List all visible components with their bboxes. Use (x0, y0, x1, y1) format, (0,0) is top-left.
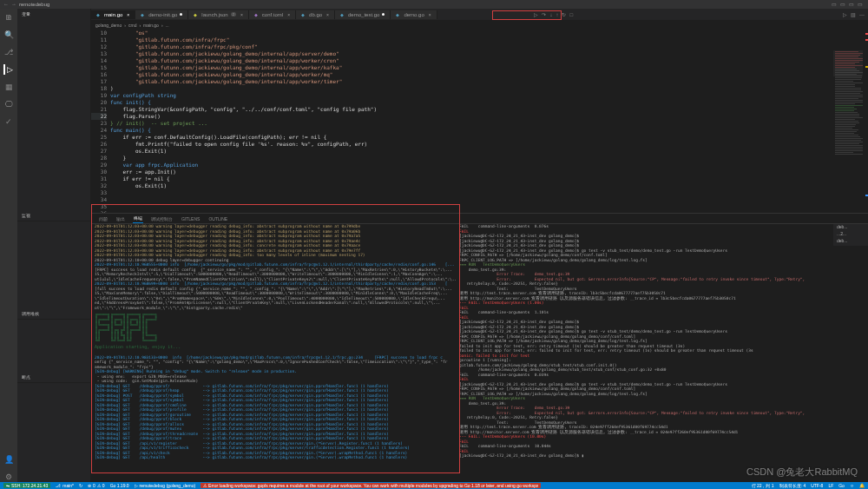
file-icon: ◆ (396, 12, 401, 17)
nav-back-icon[interactable]: ← (3, 2, 9, 7)
alert-icon: ⚠ (203, 483, 207, 488)
tab-label: conf.toml (262, 12, 283, 17)
breadcrumb-item[interactable]: main.go (143, 23, 159, 28)
remote-indicator[interactable]: ⇋ SSH: 172.24.21.43 (3, 483, 50, 488)
editor-tab[interactable]: ◆demo.go× (391, 10, 437, 19)
language-indicator[interactable]: Go (838, 483, 845, 488)
breadcrumbs[interactable]: golang_demo› cmd› main.go› ... (91, 21, 868, 30)
debug-console[interactable]: 2022-09-01T01:12:03+00:00 warning layer=… (91, 214, 456, 482)
customize-layout-icon[interactable]: ▭ (858, 1, 865, 8)
debug-restart-icon[interactable]: ↻ (562, 11, 566, 17)
feedback-icon[interactable]: ☺ (850, 483, 854, 488)
close-icon[interactable]: × (287, 12, 290, 17)
indent-indicator[interactable]: 制表符长度: 4 (779, 483, 806, 488)
frpc-ascii-art: ╔═══╗╔═══╗╔═══╗╔═══╗ ║╔══╝║╔═╗║║╔═╗║║╔══… (91, 310, 456, 345)
split-editor-icon[interactable]: ▥ (851, 11, 856, 17)
status-bar: ⇋ SSH: 172.24.21.43 ⎇ main* ↻ ⊗0 ⚠0 Go 1… (0, 482, 868, 489)
debug-toolbar: ▷ ↷ ↓ ↑ ↻ □ (534, 11, 573, 17)
watermark: CSDN @兔老大RabbitMQ (746, 466, 858, 479)
sidebar-right-toggle-icon[interactable]: ▭ (849, 1, 856, 8)
sidebar-breakpoints-header[interactable]: 断点 (17, 372, 90, 383)
tab-label: demo.go (404, 12, 424, 17)
debug-stepin-icon[interactable]: ↓ (549, 12, 552, 17)
editor-tab[interactable]: ◆launch.json2× (188, 10, 249, 19)
notifications-icon[interactable]: 🔔 (859, 483, 865, 488)
editor-tab[interactable]: ◆conf.toml× (249, 10, 296, 19)
tab-label: demo-init.go (148, 12, 177, 17)
remote-icon: ⇋ (6, 483, 10, 488)
scrollbar[interactable] (863, 30, 868, 213)
breadcrumb-item[interactable]: cmd (128, 23, 136, 28)
close-icon[interactable]: × (326, 12, 329, 17)
terminal-entry[interactable]: ...2... (835, 230, 866, 237)
panel-tab[interactable]: 终端 (133, 214, 143, 223)
remote-explorer-icon[interactable]: 🖵 (3, 99, 14, 109)
file-icon: ◆ (194, 12, 199, 17)
sidebar-variables-header[interactable]: 变量 (17, 9, 90, 19)
branch-indicator[interactable]: ⎇ main* (56, 483, 74, 488)
debug-continue-icon[interactable]: ▷ (534, 11, 538, 17)
breadcrumb-item[interactable]: golang_demo (95, 23, 122, 28)
nav-forward-icon[interactable]: → (11, 2, 16, 7)
debug-stepout-icon[interactable]: ↑ (556, 12, 558, 17)
panel-tabs: 问题输出终端调试控制台GITLENSOUTLINE (91, 214, 868, 224)
panel-toggle-icon[interactable]: ▭ (840, 1, 847, 8)
debug-sidebar: 变量 监视 调用堆栈 断点 (17, 9, 91, 482)
activity-bar: 🗎 🔍 ⎇ ▷ ▦ 🖵 ✓ 👤 ⚙ (0, 9, 17, 482)
branch-icon: ⎇ (56, 483, 61, 488)
file-icon: ◆ (96, 12, 102, 17)
file-icon: ◆ (254, 12, 260, 17)
debug-stepover-icon[interactable]: ↷ (542, 11, 546, 17)
modified-dot-icon (180, 13, 182, 16)
editor-tab[interactable]: ◆demo-init.go (135, 10, 188, 19)
tab-label: demo_test.go (348, 12, 379, 17)
close-icon[interactable]: × (127, 12, 129, 17)
editor-tab[interactable]: ◆main.go× (91, 10, 135, 19)
settings-gear-icon[interactable]: ⚙ (3, 472, 14, 482)
panel-tab[interactable]: OUTLINE (207, 215, 228, 223)
editor-tab[interactable]: ◆db.go× (296, 10, 335, 19)
terminal-entry[interactable]: deb... (835, 223, 866, 230)
remote-label: remotedebug (19, 2, 49, 7)
panel-tab[interactable]: 问题 (98, 215, 108, 223)
scm-icon[interactable]: ⎇ (3, 47, 14, 57)
modified-dot-icon (382, 13, 385, 16)
encoding-indicator[interactable]: UTF-8 (811, 483, 823, 488)
problems-indicator[interactable]: ⊗0 ⚠0 (88, 483, 105, 488)
debug-stop-icon[interactable]: □ (569, 12, 573, 17)
terminal[interactable]: FAIL command-line-arguments 0.076sFAIL[j… (456, 214, 868, 482)
breadcrumb-item[interactable]: ... (166, 23, 169, 28)
close-icon[interactable]: × (429, 12, 431, 17)
go-version[interactable]: Go 1.19.0 (110, 483, 129, 488)
files-icon[interactable]: 🗎 (3, 12, 14, 23)
extensions-icon[interactable]: ▦ (3, 82, 14, 92)
workspace-error[interactable]: ⚠ Error loading workspace: gopls require… (201, 483, 541, 488)
panel-tab[interactable]: 调试控制台 (150, 215, 174, 223)
editor-tabs: ◆main.go×◆demo-init.go◆launch.json2×◆con… (91, 9, 868, 21)
file-icon: ◆ (301, 12, 306, 17)
run-debug-icon[interactable]: ▷ (3, 64, 14, 75)
cursor-position[interactable]: 行 22，列 1 (752, 483, 774, 488)
panel-tab[interactable]: GITLENS (181, 215, 201, 223)
editor-tab[interactable]: ◆demo_test.go (335, 10, 391, 19)
file-icon: ◆ (141, 12, 146, 17)
warning-icon: ⚠ (97, 483, 101, 488)
account-icon[interactable]: 👤 (3, 454, 14, 465)
panel-tab[interactable]: 输出 (115, 215, 126, 223)
search-side-icon[interactable]: 🔍 (3, 30, 14, 40)
terminal-entry[interactable]: deb... (835, 237, 866, 244)
eol-indicator[interactable]: LF (828, 483, 833, 488)
test-icon[interactable]: ✓ (3, 116, 14, 127)
sync-button[interactable]: ↻ (79, 483, 82, 488)
run-code-icon[interactable]: ▷ (843, 11, 847, 17)
more-actions-icon[interactable]: ⋯ (859, 11, 865, 17)
title-bar: ← → remotedebug ▭ ▭ ▭ ▭ (0, 0, 868, 9)
debug-icon: ▷ (135, 483, 138, 488)
layout-toggle-icon[interactable]: ▭ (832, 1, 838, 8)
sidebar-watch-header[interactable]: 监视 (17, 210, 90, 221)
sidebar-callstack-header[interactable]: 调用堆栈 (17, 308, 90, 320)
debug-target[interactable]: ▷ remotedebug (golang_demo) (135, 483, 196, 488)
code-editor[interactable]: 1011121314151617181920212223242526272829… (91, 30, 868, 213)
close-icon[interactable]: × (240, 12, 243, 17)
error-icon: ⊗ (88, 483, 91, 488)
